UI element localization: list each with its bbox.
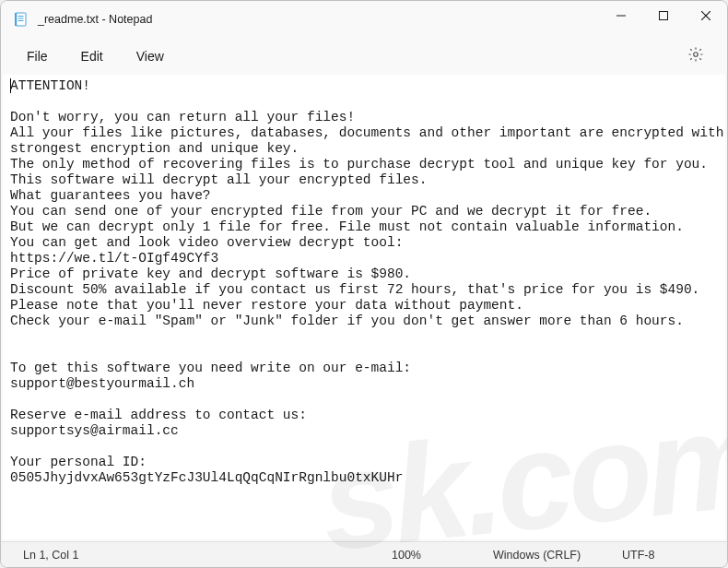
- window-title: _readme.txt - Notepad: [38, 13, 152, 26]
- svg-rect-6: [660, 12, 668, 20]
- status-cursor-position: Ln 1, Col 1: [14, 549, 373, 562]
- statusbar: Ln 1, Col 1 100% Windows (CRLF) UTF-8: [1, 541, 727, 567]
- titlebar[interactable]: _readme.txt - Notepad: [1, 1, 727, 38]
- minimize-button[interactable]: [600, 1, 642, 30]
- menubar: File Edit View: [1, 38, 727, 75]
- menu-file[interactable]: File: [10, 41, 65, 71]
- svg-rect-4: [15, 13, 17, 26]
- svg-line-8: [701, 11, 710, 20]
- settings-button[interactable]: [679, 40, 712, 73]
- menu-edit[interactable]: Edit: [65, 41, 120, 71]
- text-editor[interactable]: ATTENTION! Don't worry, you can return a…: [3, 75, 725, 539]
- gear-icon: [687, 46, 704, 66]
- notepad-window: _readme.txt - Notepad File Edit View: [0, 0, 728, 568]
- svg-line-7: [701, 11, 710, 20]
- window-controls: [600, 1, 727, 38]
- svg-rect-0: [16, 13, 26, 26]
- close-button[interactable]: [685, 1, 727, 30]
- menu-view[interactable]: View: [120, 41, 181, 71]
- svg-point-9: [694, 53, 699, 57]
- status-zoom[interactable]: 100%: [373, 549, 475, 562]
- document-content: ATTENTION! Don't worry, you can return a…: [10, 78, 723, 486]
- status-line-endings[interactable]: Windows (CRLF): [475, 549, 604, 562]
- status-encoding[interactable]: UTF-8: [604, 549, 714, 562]
- maximize-button[interactable]: [642, 1, 685, 30]
- notepad-icon: [14, 12, 29, 27]
